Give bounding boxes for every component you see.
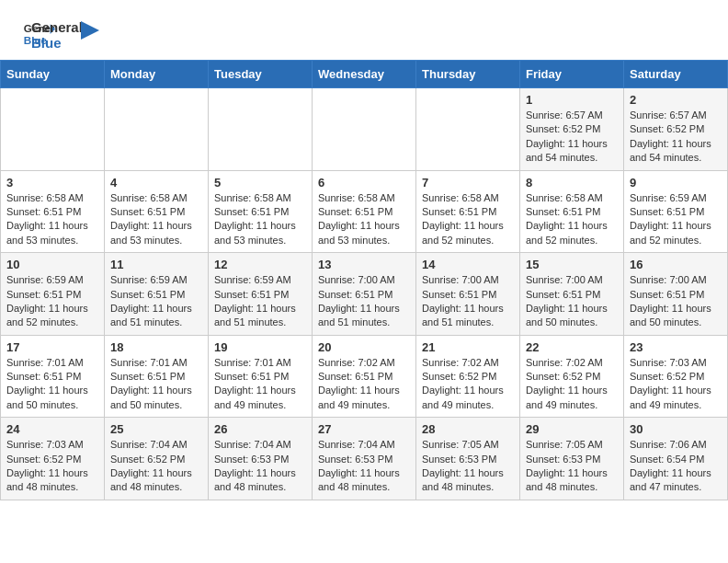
weekday-header-thursday: Thursday [416,61,520,88]
weekday-header-friday: Friday [520,61,624,88]
calendar-cell: 12Sunrise: 6:59 AM Sunset: 6:51 PM Dayli… [209,253,313,336]
day-info: Sunrise: 7:04 AM Sunset: 6:52 PM Dayligh… [110,438,202,495]
day-number: 2 [630,93,722,107]
day-number: 20 [318,340,410,354]
calendar-cell [209,88,313,171]
day-number: 7 [422,176,514,190]
calendar-cell: 14Sunrise: 7:00 AM Sunset: 6:51 PM Dayli… [416,253,520,336]
calendar-cell: 6Sunrise: 6:58 AM Sunset: 6:51 PM Daylig… [313,170,416,253]
day-info: Sunrise: 7:01 AM Sunset: 6:51 PM Dayligh… [214,356,306,413]
day-number: 22 [526,340,618,354]
day-number: 19 [214,340,306,354]
day-info: Sunrise: 6:59 AM Sunset: 6:51 PM Dayligh… [6,273,98,330]
day-number: 16 [630,258,722,271]
day-info: Sunrise: 7:05 AM Sunset: 6:53 PM Dayligh… [422,438,514,495]
day-number: 6 [318,176,410,190]
day-info: Sunrise: 6:59 AM Sunset: 6:51 PM Dayligh… [630,191,722,248]
logo-general: General [31,20,83,36]
day-number: 14 [422,258,514,271]
calendar-cell: 26Sunrise: 7:04 AM Sunset: 6:53 PM Dayli… [209,418,313,500]
day-info: Sunrise: 7:02 AM Sunset: 6:52 PM Dayligh… [422,356,514,413]
calendar-cell: 3Sunrise: 6:58 AM Sunset: 6:51 PM Daylig… [1,170,105,253]
day-number: 21 [422,340,514,354]
calendar-cell: 18Sunrise: 7:01 AM Sunset: 6:51 PM Dayli… [105,335,209,418]
calendar-cell: 22Sunrise: 7:02 AM Sunset: 6:52 PM Dayli… [520,335,624,418]
day-number: 29 [526,422,618,436]
calendar-cell: 28Sunrise: 7:05 AM Sunset: 6:53 PM Dayli… [416,418,520,500]
day-number: 27 [318,422,410,436]
calendar-cell: 25Sunrise: 7:04 AM Sunset: 6:52 PM Dayli… [105,418,209,500]
weekday-header-monday: Monday [105,61,209,88]
day-info: Sunrise: 7:01 AM Sunset: 6:51 PM Dayligh… [110,356,202,413]
day-info: Sunrise: 7:05 AM Sunset: 6:53 PM Dayligh… [526,438,618,495]
day-number: 13 [318,258,410,271]
logo-blue: Blue [31,36,83,52]
calendar-cell [105,88,209,171]
day-number: 8 [526,176,618,190]
day-info: Sunrise: 6:58 AM Sunset: 6:51 PM Dayligh… [214,191,306,248]
day-info: Sunrise: 7:04 AM Sunset: 6:53 PM Dayligh… [214,438,306,495]
day-info: Sunrise: 7:06 AM Sunset: 6:54 PM Dayligh… [630,438,722,495]
calendar-week-0: 1Sunrise: 6:57 AM Sunset: 6:52 PM Daylig… [1,88,728,171]
day-info: Sunrise: 6:59 AM Sunset: 6:51 PM Dayligh… [214,273,306,330]
day-info: Sunrise: 7:00 AM Sunset: 6:51 PM Dayligh… [318,273,410,330]
day-info: Sunrise: 6:58 AM Sunset: 6:51 PM Dayligh… [110,191,202,248]
day-number: 24 [6,422,98,436]
calendar-cell [416,88,520,171]
day-info: Sunrise: 6:57 AM Sunset: 6:52 PM Dayligh… [630,109,722,166]
day-number: 25 [110,422,202,436]
calendar-week-1: 3Sunrise: 6:58 AM Sunset: 6:51 PM Daylig… [1,170,728,253]
calendar-week-2: 10Sunrise: 6:59 AM Sunset: 6:51 PM Dayli… [1,253,728,336]
day-info: Sunrise: 6:58 AM Sunset: 6:51 PM Dayligh… [318,191,410,248]
logo-arrow-icon [81,21,99,40]
day-number: 30 [630,422,722,436]
calendar-cell: 11Sunrise: 6:59 AM Sunset: 6:51 PM Dayli… [105,253,209,336]
calendar-cell: 2Sunrise: 6:57 AM Sunset: 6:52 PM Daylig… [624,88,728,171]
day-number: 1 [526,93,618,107]
calendar-table: SundayMondayTuesdayWednesdayThursdayFrid… [0,60,728,500]
calendar-cell: 4Sunrise: 6:58 AM Sunset: 6:51 PM Daylig… [105,170,209,253]
day-info: Sunrise: 7:01 AM Sunset: 6:51 PM Dayligh… [6,356,98,413]
weekday-header-sunday: Sunday [1,61,105,88]
calendar-cell: 23Sunrise: 7:03 AM Sunset: 6:52 PM Dayli… [624,335,728,418]
calendar-cell: 9Sunrise: 6:59 AM Sunset: 6:51 PM Daylig… [624,170,728,253]
day-number: 28 [422,422,514,436]
weekday-header-wednesday: Wednesday [313,61,416,88]
weekday-header-saturday: Saturday [624,61,728,88]
weekday-header-tuesday: Tuesday [209,61,313,88]
day-info: Sunrise: 7:00 AM Sunset: 6:51 PM Dayligh… [526,273,618,330]
day-info: Sunrise: 7:03 AM Sunset: 6:52 PM Dayligh… [630,356,722,413]
day-number: 4 [110,176,202,190]
page-header: General Blue General Blue [0,0,728,60]
calendar-cell: 5Sunrise: 6:58 AM Sunset: 6:51 PM Daylig… [209,170,313,253]
day-info: Sunrise: 7:02 AM Sunset: 6:51 PM Dayligh… [318,356,410,413]
calendar-cell: 8Sunrise: 6:58 AM Sunset: 6:51 PM Daylig… [520,170,624,253]
day-number: 23 [630,340,722,354]
day-number: 18 [110,340,202,354]
day-number: 17 [6,340,98,354]
day-info: Sunrise: 7:00 AM Sunset: 6:51 PM Dayligh… [422,273,514,330]
calendar-cell: 29Sunrise: 7:05 AM Sunset: 6:53 PM Dayli… [520,418,624,500]
calendar-cell [1,88,105,171]
day-info: Sunrise: 6:57 AM Sunset: 6:52 PM Dayligh… [526,109,618,166]
day-info: Sunrise: 6:58 AM Sunset: 6:51 PM Dayligh… [526,191,618,248]
day-info: Sunrise: 6:58 AM Sunset: 6:51 PM Dayligh… [422,191,514,248]
day-number: 9 [630,176,722,190]
svg-marker-3 [81,21,99,40]
calendar-cell: 15Sunrise: 7:00 AM Sunset: 6:51 PM Dayli… [520,253,624,336]
logo: General Blue General Blue [22,17,99,51]
day-info: Sunrise: 7:02 AM Sunset: 6:52 PM Dayligh… [526,356,618,413]
day-number: 26 [214,422,306,436]
day-number: 12 [214,258,306,271]
day-number: 15 [526,258,618,271]
calendar-week-4: 24Sunrise: 7:03 AM Sunset: 6:52 PM Dayli… [1,418,728,500]
day-info: Sunrise: 7:04 AM Sunset: 6:53 PM Dayligh… [318,438,410,495]
calendar-cell: 27Sunrise: 7:04 AM Sunset: 6:53 PM Dayli… [313,418,416,500]
calendar-cell: 20Sunrise: 7:02 AM Sunset: 6:51 PM Dayli… [313,335,416,418]
day-number: 10 [6,258,98,271]
calendar-cell: 24Sunrise: 7:03 AM Sunset: 6:52 PM Dayli… [1,418,105,500]
calendar-cell: 7Sunrise: 6:58 AM Sunset: 6:51 PM Daylig… [416,170,520,253]
day-info: Sunrise: 7:03 AM Sunset: 6:52 PM Dayligh… [6,438,98,495]
day-number: 11 [110,258,202,271]
calendar-cell: 16Sunrise: 7:00 AM Sunset: 6:51 PM Dayli… [624,253,728,336]
